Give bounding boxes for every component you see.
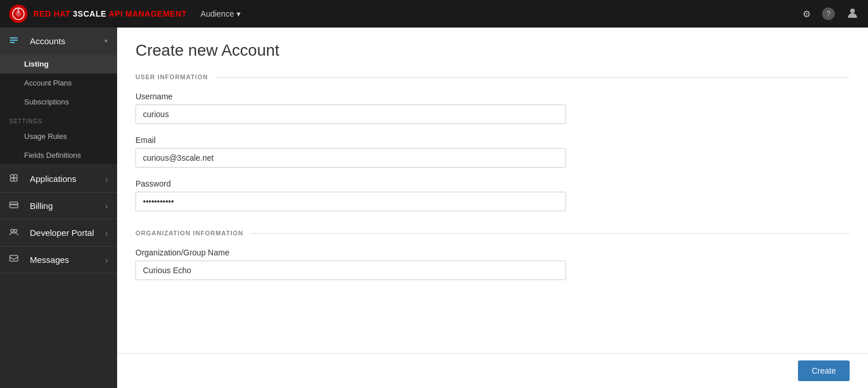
- username-input[interactable]: [135, 104, 566, 124]
- developer-portal-label: Developer Portal: [30, 228, 94, 238]
- sidebar-section-developer-portal: Developer Portal ›: [0, 219, 117, 247]
- sidebar-item-subscriptions[interactable]: Subscriptions: [0, 92, 117, 111]
- messages-chevron-icon: ›: [105, 255, 108, 265]
- sidebar-item-developer-portal[interactable]: Developer Portal ›: [0, 219, 117, 246]
- gear-icon[interactable]: ⚙: [803, 9, 811, 20]
- org-name-group: Organization/Group Name: [135, 248, 850, 280]
- sidebar-section-accounts: Accounts ▾ Listing Account Plans Subscri…: [0, 28, 117, 165]
- svg-point-8: [14, 174, 17, 178]
- sidebar: Accounts ▾ Listing Account Plans Subscri…: [0, 28, 117, 388]
- sidebar-item-account-plans[interactable]: Account Plans: [0, 73, 117, 92]
- email-input[interactable]: [135, 148, 566, 168]
- svg-point-9: [10, 178, 14, 181]
- svg-rect-5: [10, 40, 18, 41]
- sidebar-item-usage-rules[interactable]: Usage Rules: [0, 127, 117, 146]
- password-group: Password: [135, 179, 850, 211]
- email-label: Email: [135, 135, 850, 145]
- footer-bar: Create: [117, 353, 868, 388]
- brand-logo-area: RED HAT 3SCALE API MANAGEMENT: [9, 5, 187, 23]
- svg-point-10: [14, 178, 17, 181]
- settings-group-label: Settings: [0, 111, 117, 127]
- audience-chevron-icon: ▾: [237, 9, 241, 18]
- audience-menu[interactable]: Audience ▾: [196, 7, 245, 21]
- svg-point-14: [14, 230, 17, 232]
- billing-icon: [9, 201, 18, 211]
- username-group: Username: [135, 92, 850, 124]
- password-input[interactable]: [135, 192, 566, 211]
- svg-rect-4: [10, 37, 18, 38]
- password-label: Password: [135, 179, 850, 188]
- accounts-chevron-icon: ▾: [104, 37, 108, 45]
- org-info-label: ORGANIZATION INFORMATION: [135, 230, 243, 236]
- brand-name: RED HAT 3SCALE API MANAGEMENT: [33, 9, 187, 18]
- applications-icon: [9, 173, 18, 184]
- user-info-divider: [215, 77, 850, 77]
- main-content: Create new Account USER INFORMATION User…: [117, 28, 868, 388]
- accounts-label: Accounts: [30, 36, 65, 46]
- user-info-section: USER INFORMATION Username Email Password: [135, 73, 850, 211]
- top-navigation: RED HAT 3SCALE API MANAGEMENT Audience ▾…: [0, 0, 868, 28]
- sidebar-section-applications: Applications ›: [0, 165, 117, 193]
- sidebar-section-messages: Messages ›: [0, 247, 117, 273]
- developer-portal-chevron-icon: ›: [105, 228, 108, 238]
- sidebar-item-applications[interactable]: Applications ›: [0, 165, 117, 192]
- org-info-divider: [250, 233, 850, 234]
- brand-logo: [9, 5, 28, 23]
- accounts-submenu: Listing Account Plans Subscriptions Sett…: [0, 55, 117, 165]
- user-info-label: USER INFORMATION: [135, 73, 208, 80]
- sidebar-item-billing[interactable]: Billing ›: [0, 193, 117, 219]
- messages-icon: [9, 255, 18, 265]
- sidebar-item-messages[interactable]: Messages ›: [0, 247, 117, 273]
- user-icon[interactable]: [846, 6, 859, 21]
- billing-label: Billing: [30, 201, 53, 211]
- sidebar-item-accounts[interactable]: Accounts ▾: [0, 28, 117, 55]
- svg-point-3: [850, 9, 855, 13]
- org-name-label: Organization/Group Name: [135, 248, 850, 257]
- sidebar-section-billing: Billing ›: [0, 193, 117, 219]
- svg-rect-12: [10, 204, 18, 205]
- org-info-section: ORGANIZATION INFORMATION Organization/Gr…: [135, 230, 850, 280]
- sidebar-item-fields-definitions[interactable]: Fields Definitions: [0, 146, 117, 165]
- username-label: Username: [135, 92, 850, 101]
- org-info-header: ORGANIZATION INFORMATION: [135, 230, 850, 236]
- svg-point-13: [11, 230, 14, 232]
- page-title: Create new Account: [135, 41, 850, 60]
- svg-point-7: [10, 174, 14, 178]
- create-button[interactable]: Create: [798, 360, 850, 381]
- help-icon[interactable]: ?: [822, 7, 835, 20]
- developer-portal-icon: [9, 227, 18, 238]
- org-name-input[interactable]: [135, 261, 566, 280]
- billing-chevron-icon: ›: [105, 201, 108, 211]
- sidebar-item-listing[interactable]: Listing: [0, 55, 117, 73]
- audience-label: Audience: [200, 9, 234, 18]
- user-info-header: USER INFORMATION: [135, 73, 850, 80]
- accounts-icon: [9, 36, 18, 46]
- messages-label: Messages: [30, 255, 69, 265]
- applications-chevron-icon: ›: [105, 174, 108, 184]
- applications-label: Applications: [30, 174, 76, 184]
- email-group: Email: [135, 135, 850, 168]
- svg-rect-6: [10, 42, 15, 43]
